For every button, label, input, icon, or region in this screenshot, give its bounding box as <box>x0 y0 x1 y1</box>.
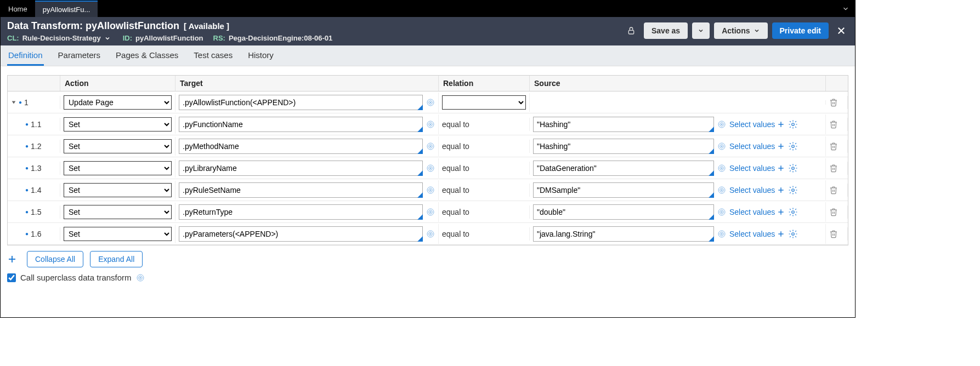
delete-row-button[interactable] <box>826 140 848 153</box>
source-input[interactable] <box>533 204 714 220</box>
row-settings-button[interactable] <box>788 119 798 129</box>
source-cell: Select values <box>530 158 826 178</box>
target-input[interactable] <box>179 139 423 154</box>
subtab-parameters[interactable]: Parameters <box>57 45 102 66</box>
row-settings-button[interactable] <box>788 229 798 239</box>
target-input[interactable] <box>179 226 423 242</box>
delete-row-button[interactable] <box>826 96 848 109</box>
select-values-link[interactable]: Select values <box>729 230 785 238</box>
delete-row-button[interactable] <box>826 184 848 197</box>
row-settings-button[interactable] <box>788 207 798 217</box>
source-input[interactable] <box>533 182 714 198</box>
target-input[interactable] <box>179 204 423 220</box>
delete-row-button[interactable] <box>826 118 848 131</box>
action-select[interactable]: Update PageSetRemoveWhen <box>64 183 172 197</box>
select-values-link[interactable]: Select values <box>729 142 785 151</box>
target-icon[interactable] <box>426 98 435 107</box>
gear-icon[interactable] <box>788 207 798 217</box>
target-icon[interactable] <box>426 164 435 173</box>
delete-row-button[interactable] <box>826 162 848 175</box>
target-input[interactable] <box>179 161 423 176</box>
collapse-toggle-icon[interactable] <box>11 100 16 105</box>
row-settings-button[interactable] <box>788 185 798 195</box>
step-cell[interactable]: ● 1.4 <box>8 184 60 197</box>
target-icon[interactable] <box>717 186 726 195</box>
delete-row-button[interactable] <box>826 205 848 219</box>
col-target: Target <box>175 76 439 91</box>
target-input[interactable] <box>179 182 423 198</box>
select-values-link[interactable]: Select values <box>729 120 785 129</box>
source-cell: Select values <box>530 136 826 156</box>
chevron-down-icon[interactable] <box>104 35 111 42</box>
action-select[interactable]: Update PageSetRemoveWhen <box>64 117 172 131</box>
gear-icon[interactable] <box>788 229 798 239</box>
expand-all-button[interactable]: Expand All <box>90 251 143 267</box>
select-values-link[interactable]: Select values <box>729 208 785 216</box>
target-icon[interactable] <box>426 120 435 129</box>
close-button[interactable] <box>833 22 849 39</box>
relation-text: equal to <box>442 208 469 216</box>
source-input[interactable] <box>533 117 714 132</box>
target-icon[interactable] <box>136 273 145 282</box>
collapse-all-button[interactable]: Collapse All <box>27 251 83 267</box>
step-cell[interactable]: ● 1.5 <box>8 205 60 219</box>
step-cell[interactable]: ● 1.1 <box>8 118 60 131</box>
relation-select[interactable] <box>442 95 526 110</box>
action-cell: Update PageSetRemoveWhen <box>60 225 175 243</box>
target-icon[interactable] <box>717 208 726 216</box>
svg-point-36 <box>430 190 431 191</box>
actions-button[interactable]: Actions <box>714 22 767 39</box>
select-values-link[interactable]: Select values <box>729 186 785 195</box>
step-cell[interactable]: ● 1.2 <box>8 140 60 153</box>
steps-grid: Action Target Relation Source ● 1Update … <box>7 75 848 245</box>
row-settings-button[interactable] <box>788 141 798 151</box>
gear-icon[interactable] <box>788 163 798 173</box>
subtab-test-cases[interactable]: Test cases <box>192 45 234 66</box>
subtab-pages-classes[interactable]: Pages & Classes <box>115 45 179 66</box>
step-cell[interactable]: ● 1 <box>8 96 60 109</box>
target-icon[interactable] <box>717 142 726 151</box>
step-cell[interactable]: ● 1.3 <box>8 162 60 175</box>
target-icon[interactable] <box>426 186 435 195</box>
target-icon[interactable] <box>426 142 435 151</box>
gear-icon[interactable] <box>788 119 798 129</box>
select-values-link[interactable]: Select values <box>729 164 785 173</box>
action-select[interactable]: Update PageSetRemoveWhen <box>64 95 172 110</box>
add-step-button[interactable] <box>7 254 20 264</box>
target-icon[interactable] <box>426 230 435 238</box>
target-cell <box>175 180 439 200</box>
action-select[interactable]: Update PageSetRemoveWhen <box>64 205 172 219</box>
step-cell[interactable]: ● 1.6 <box>8 227 60 241</box>
call-superclass-checkbox[interactable] <box>7 273 16 282</box>
subtab-definition[interactable]: Definition <box>7 45 44 66</box>
class-value[interactable]: Rule-Decision-Strategy <box>22 34 101 42</box>
gear-icon[interactable] <box>788 185 798 195</box>
save-as-button[interactable]: Save as <box>644 22 688 39</box>
target-input[interactable] <box>179 95 423 110</box>
tab-home[interactable]: Home <box>1 1 35 17</box>
action-select[interactable]: Update PageSetRemoveWhen <box>64 139 172 153</box>
gear-icon[interactable] <box>788 141 798 151</box>
target-input[interactable] <box>179 117 423 132</box>
subtab-history[interactable]: History <box>247 45 275 66</box>
target-icon[interactable] <box>717 164 726 173</box>
target-icon[interactable] <box>426 208 435 216</box>
plus-icon <box>777 142 785 150</box>
tab-current-rule[interactable]: pyAllowlistFu... <box>35 1 98 17</box>
save-as-menu-button[interactable] <box>692 22 710 39</box>
action-select[interactable]: Update PageSetRemoveWhen <box>64 227 172 241</box>
target-icon[interactable] <box>717 230 726 238</box>
source-input[interactable] <box>533 139 714 154</box>
target-icon[interactable] <box>717 120 726 129</box>
source-input[interactable] <box>533 161 714 176</box>
action-select[interactable]: Update PageSetRemoveWhen <box>64 161 172 175</box>
trash-icon <box>829 164 838 173</box>
svg-point-57 <box>721 233 722 235</box>
action-cell: Update PageSetRemoveWhen <box>60 203 175 221</box>
private-edit-button[interactable]: Private edit <box>772 22 829 39</box>
source-input[interactable] <box>533 226 714 242</box>
expand-tabs-button[interactable] <box>836 1 855 17</box>
row-settings-button[interactable] <box>788 163 798 173</box>
call-superclass-row[interactable]: Call superclass data transform <box>7 273 848 282</box>
delete-row-button[interactable] <box>826 227 848 241</box>
